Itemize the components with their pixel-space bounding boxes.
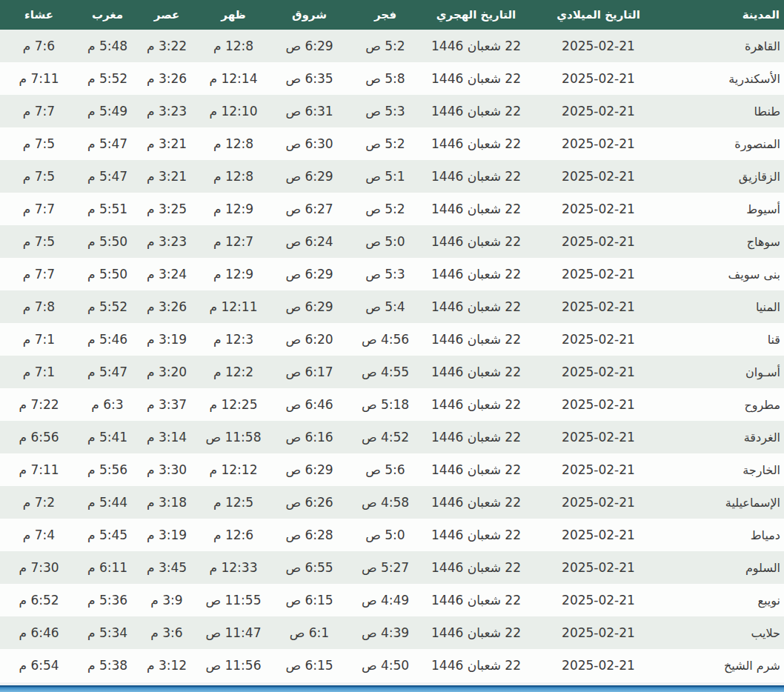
cell-fajr: 5:0 ص <box>348 519 422 551</box>
cell-maghrib: 5:51 م <box>78 193 137 225</box>
cell-hijri: 22 شعبان 1446 <box>422 95 530 127</box>
cell-asr: 3:24 م <box>137 258 196 290</box>
cell-isha: 7:7 م <box>0 193 78 225</box>
cell-hijri: 22 شعبان 1446 <box>422 519 530 551</box>
cell-gregorian: 2025-02-21 <box>530 584 667 616</box>
cell-fajr: 5:4 ص <box>348 290 422 323</box>
cell-sunrise: 6:35 ص <box>270 62 348 95</box>
cell-hijri: 22 شعبان 1446 <box>422 127 530 160</box>
cell-sunrise: 6:30 ص <box>270 127 348 160</box>
cell-isha: 6:56 م <box>0 421 78 453</box>
column-header-hijri: التاريخ الهجري <box>422 0 530 30</box>
cell-fajr: 5:2 ص <box>348 30 422 62</box>
cell-dhuhr: 12:9 م <box>196 193 270 225</box>
cell-isha: 7:4 م <box>0 519 78 551</box>
cell-city: بنى سويف <box>667 258 784 290</box>
cell-fajr: 5:0 ص <box>348 225 422 258</box>
table-row: نويبع2025-02-2122 شعبان 14464:49 ص6:15 ص… <box>0 584 784 616</box>
table-row: قنا2025-02-2122 شعبان 14464:56 ص6:20 ص12… <box>0 323 784 356</box>
cell-maghrib: 5:44 م <box>78 486 137 519</box>
cell-hijri: 22 شعبان 1446 <box>422 486 530 519</box>
column-header-sunrise: شروق <box>270 0 348 30</box>
column-header-asr: عصر <box>137 0 196 30</box>
cell-gregorian: 2025-02-21 <box>530 649 667 682</box>
prayer-times-page: { "colors": { "header_background": "#2f6… <box>0 0 784 692</box>
cell-fajr: 4:49 ص <box>348 584 422 616</box>
cell-asr: 3:21 م <box>137 127 196 160</box>
cell-hijri: 22 شعبان 1446 <box>422 616 530 649</box>
cell-gregorian: 2025-02-21 <box>530 551 667 584</box>
cell-hijri: 22 شعبان 1446 <box>422 584 530 616</box>
cell-asr: 3:22 م <box>137 30 196 62</box>
cell-isha: 7:1 م <box>0 323 78 356</box>
table-row: شرم الشيخ2025-02-2122 شعبان 14464:50 ص6:… <box>0 649 784 682</box>
cell-dhuhr: 11:56 ص <box>196 649 270 682</box>
cell-sunrise: 6:20 ص <box>270 323 348 356</box>
cell-isha: 7:7 م <box>0 95 78 127</box>
cell-maghrib: 5:50 م <box>78 225 137 258</box>
cell-fajr: 4:52 ص <box>348 421 422 453</box>
cell-dhuhr: 11:55 ص <box>196 584 270 616</box>
cell-fajr: 5:1 ص <box>348 160 422 193</box>
cell-sunrise: 6:15 ص <box>270 649 348 682</box>
cell-fajr: 5:3 ص <box>348 258 422 290</box>
cell-dhuhr: 12:12 م <box>196 453 270 486</box>
cell-fajr: 4:39 ص <box>348 616 422 649</box>
column-header-maghrib: مغرب <box>78 0 137 30</box>
cell-maghrib: 5:46 م <box>78 323 137 356</box>
cell-hijri: 22 شعبان 1446 <box>422 193 530 225</box>
cell-sunrise: 6:46 ص <box>270 388 348 421</box>
cell-city: حلايب <box>667 616 784 649</box>
cell-gregorian: 2025-02-21 <box>530 127 667 160</box>
cell-city: أسيوط <box>667 193 784 225</box>
cell-fajr: 4:55 ص <box>348 356 422 388</box>
cell-dhuhr: 12:2 م <box>196 356 270 388</box>
cell-asr: 3:14 م <box>137 421 196 453</box>
cell-hijri: 22 شعبان 1446 <box>422 290 530 323</box>
cell-asr: 3:45 م <box>137 551 196 584</box>
cell-sunrise: 6:26 ص <box>270 486 348 519</box>
cell-gregorian: 2025-02-21 <box>530 290 667 323</box>
cell-isha: 7:2 م <box>0 486 78 519</box>
cell-hijri: 22 شعبان 1446 <box>422 160 530 193</box>
cell-maghrib: 6:3 م <box>78 388 137 421</box>
cell-isha: 6:52 م <box>0 584 78 616</box>
table-row: الأسكندرية2025-02-2122 شعبان 14465:8 ص6:… <box>0 62 784 95</box>
cell-isha: 7:11 م <box>0 453 78 486</box>
cell-dhuhr: 12:10 م <box>196 95 270 127</box>
cell-hijri: 22 شعبان 1446 <box>422 649 530 682</box>
cell-gregorian: 2025-02-21 <box>530 225 667 258</box>
cell-asr: 3:37 م <box>137 388 196 421</box>
cell-hijri: 22 شعبان 1446 <box>422 225 530 258</box>
column-header-city: المدينة <box>667 0 784 30</box>
table-row: أسـوان2025-02-2122 شعبان 14464:55 ص6:17 … <box>0 356 784 388</box>
table-row: المنيا2025-02-2122 شعبان 14465:4 ص6:29 ص… <box>0 290 784 323</box>
cell-hijri: 22 شعبان 1446 <box>422 323 530 356</box>
cell-city: الأسكندرية <box>667 62 784 95</box>
page-footer <box>0 682 784 692</box>
cell-city: القاهرة <box>667 30 784 62</box>
cell-maghrib: 5:47 م <box>78 127 137 160</box>
table-row: الغردقة2025-02-2122 شعبان 14464:52 ص6:16… <box>0 421 784 453</box>
cell-maghrib: 5:56 م <box>78 453 137 486</box>
cell-isha: 7:22 م <box>0 388 78 421</box>
horizontal-scrollbar[interactable] <box>0 685 784 692</box>
cell-hijri: 22 شعبان 1446 <box>422 258 530 290</box>
cell-maghrib: 6:11 م <box>78 551 137 584</box>
cell-sunrise: 6:29 ص <box>270 30 348 62</box>
column-header-isha: عشاء <box>0 0 78 30</box>
cell-hijri: 22 شعبان 1446 <box>422 551 530 584</box>
column-header-fajr: فجر <box>348 0 422 30</box>
column-header-dhuhr: ظهر <box>196 0 270 30</box>
cell-isha: 7:5 م <box>0 127 78 160</box>
cell-gregorian: 2025-02-21 <box>530 453 667 486</box>
cell-asr: 3:6 م <box>137 616 196 649</box>
cell-asr: 3:26 م <box>137 290 196 323</box>
cell-city: قنا <box>667 323 784 356</box>
cell-isha: 6:46 م <box>0 616 78 649</box>
cell-isha: 7:5 م <box>0 225 78 258</box>
cell-city: سوهاج <box>667 225 784 258</box>
cell-fajr: 5:18 ص <box>348 388 422 421</box>
cell-city: دمياط <box>667 519 784 551</box>
cell-hijri: 22 شعبان 1446 <box>422 62 530 95</box>
